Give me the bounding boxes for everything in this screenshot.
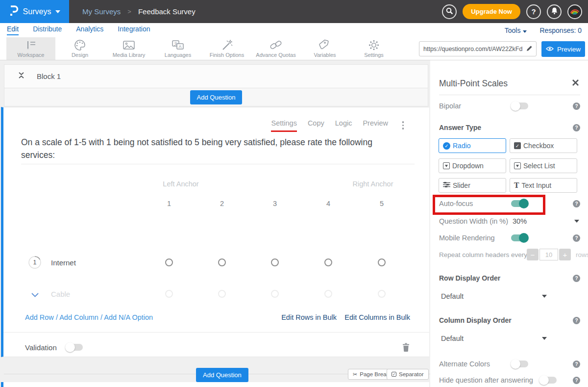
question-tab-preview[interactable]: Preview [363, 119, 388, 132]
radio-button[interactable] [165, 258, 173, 266]
toolbar-item-finish-options[interactable]: Finish Options [202, 37, 251, 60]
tab-edit[interactable]: Edit [7, 25, 19, 35]
add-na-option-link[interactable]: Add N/A Option [104, 313, 153, 321]
radio-button[interactable] [271, 258, 279, 266]
tab-analytics[interactable]: Analytics [76, 25, 103, 35]
repeat-headers-row: Repeat column headers every − + rows. [439, 248, 580, 261]
column-display-order-select[interactable]: Default [439, 333, 580, 344]
help-icon[interactable]: ? [573, 200, 580, 207]
breadcrumb-my-surveys[interactable]: My Surveys [82, 7, 121, 16]
column-header[interactable]: 4 [318, 200, 338, 207]
answer-type-text-input[interactable]: T Text Input [510, 178, 577, 193]
toolbar-item-design[interactable]: Design [55, 37, 104, 60]
upgrade-now-button[interactable]: Upgrade Now [463, 4, 520, 19]
toolbar-item-settings[interactable]: Settings [349, 37, 398, 60]
responses-count[interactable]: Responses: 0 [539, 26, 582, 34]
answer-type-label: Answer Type [439, 124, 481, 131]
right-anchor-label[interactable]: Right Anchor [343, 180, 402, 188]
hide-question-toggle[interactable] [539, 377, 557, 384]
radio-button[interactable] [324, 258, 332, 266]
question-width-value[interactable]: 30% [513, 217, 527, 225]
help-icon[interactable]: ? [573, 377, 580, 384]
breadcrumb: My Surveys > Feedback Survey [82, 7, 196, 16]
column-display-order-row: Column Display Order ? [439, 315, 580, 326]
row-display-order-select[interactable]: Default [439, 291, 580, 302]
add-row-link[interactable]: Add Row [25, 313, 54, 321]
add-column-link[interactable]: Add Column [59, 313, 98, 321]
radio-button[interactable] [378, 258, 386, 266]
column-header[interactable]: 3 [265, 200, 285, 207]
tab-distribute[interactable]: Distribute [33, 25, 62, 35]
close-panel-icon[interactable] [572, 79, 579, 88]
more-options-icon[interactable] [402, 121, 404, 129]
help-icon[interactable]: ? [573, 103, 580, 110]
question-tab-copy[interactable]: Copy [308, 119, 324, 132]
column-header[interactable]: 5 [372, 200, 392, 207]
chevron-down-icon[interactable] [574, 220, 579, 223]
answer-type-radio[interactable]: ✓ Radio [439, 138, 506, 153]
tab-integration[interactable]: Integration [118, 25, 150, 35]
answer-type-dropdown[interactable]: Dropdown [439, 158, 506, 173]
radio-button[interactable] [165, 290, 173, 298]
add-question-button-bottom[interactable]: Add Question [196, 368, 248, 382]
radio-button[interactable] [324, 290, 332, 298]
help-button[interactable]: ? [526, 4, 541, 19]
survey-url-input[interactable] [419, 46, 522, 52]
notifications-button[interactable] [547, 4, 562, 19]
avatar-image [568, 5, 581, 18]
answer-type-select-list[interactable]: Select List [510, 158, 577, 173]
add-question-top-section: Add Question [4, 88, 428, 106]
add-question-button-top[interactable]: Add Question [190, 90, 243, 104]
matrix-row-label[interactable]: Cable [51, 290, 70, 298]
answer-type-checkbox[interactable]: ✓ Checkbox [510, 138, 577, 153]
radio-button[interactable] [271, 290, 279, 298]
user-avatar[interactable] [567, 4, 582, 19]
radio-button[interactable] [218, 290, 226, 298]
chevron-down-icon[interactable] [31, 291, 39, 300]
help-icon[interactable]: ? [573, 317, 580, 324]
matrix-row-label[interactable]: Internet [51, 258, 76, 267]
repeat-headers-input[interactable] [539, 249, 558, 260]
collapse-block-icon[interactable] [18, 72, 25, 81]
decrement-button[interactable]: − [527, 249, 539, 260]
mobile-rendering-row: Mobile Rendering ? [439, 232, 580, 243]
edit-columns-in-bulk-link[interactable]: Edit Columns in Bulk [344, 313, 410, 321]
question-text[interactable]: On a scale of 1-5 with 1 being not satis… [21, 136, 398, 162]
search-button[interactable] [442, 4, 457, 19]
radio-button[interactable] [218, 258, 226, 266]
answer-type-row: Answer Type ? [439, 122, 580, 133]
increment-button[interactable]: + [559, 249, 571, 260]
mobile-rendering-toggle[interactable] [511, 234, 528, 241]
answer-type-slider[interactable]: Slider [439, 178, 506, 193]
bipolar-toggle[interactable] [511, 103, 528, 109]
edit-rows-in-bulk-link[interactable]: Edit Rows in Bulk [281, 313, 337, 321]
tools-menu[interactable]: Tools [505, 26, 527, 34]
toolbar-item-media-library[interactable]: Media Library [104, 37, 153, 60]
help-icon[interactable]: ? [573, 361, 580, 368]
question-tab-logic[interactable]: Logic [335, 119, 352, 132]
nav-right: Tools Responses: 0 [505, 26, 588, 34]
validation-toggle[interactable] [66, 344, 83, 351]
section-nav: Edit Distribute Analytics Integration To… [0, 23, 588, 37]
column-header[interactable]: 1 [159, 200, 179, 207]
auto-focus-toggle[interactable] [511, 200, 528, 207]
preview-button[interactable]: Preview [541, 41, 585, 57]
help-icon[interactable]: ? [573, 275, 580, 282]
help-icon[interactable]: ? [573, 234, 580, 242]
surveys-menu[interactable]: Surveys [0, 0, 69, 23]
block-title[interactable]: Block 1 [37, 72, 61, 80]
alternate-colors-toggle[interactable] [511, 361, 528, 367]
radio-button[interactable] [378, 290, 386, 298]
toolbar-item-workspace[interactable]: Workspace [6, 37, 55, 60]
separator-button[interactable]: ✓ Separator [387, 369, 429, 380]
row-display-order-value: Default [441, 292, 464, 300]
column-header[interactable]: 2 [212, 200, 232, 207]
toolbar-item-advance-quotas[interactable]: Advance Quotas [251, 37, 300, 60]
help-icon[interactable]: ? [573, 124, 580, 131]
delete-question-icon[interactable] [402, 343, 410, 354]
toolbar-item-languages[interactable]: 文A Languages [153, 37, 202, 60]
edit-url-button[interactable] [522, 45, 536, 53]
question-tab-settings[interactable]: Settings [271, 119, 296, 132]
left-anchor-label[interactable]: Left Anchor [151, 180, 210, 188]
toolbar-item-variables[interactable]: Variables [300, 37, 349, 60]
